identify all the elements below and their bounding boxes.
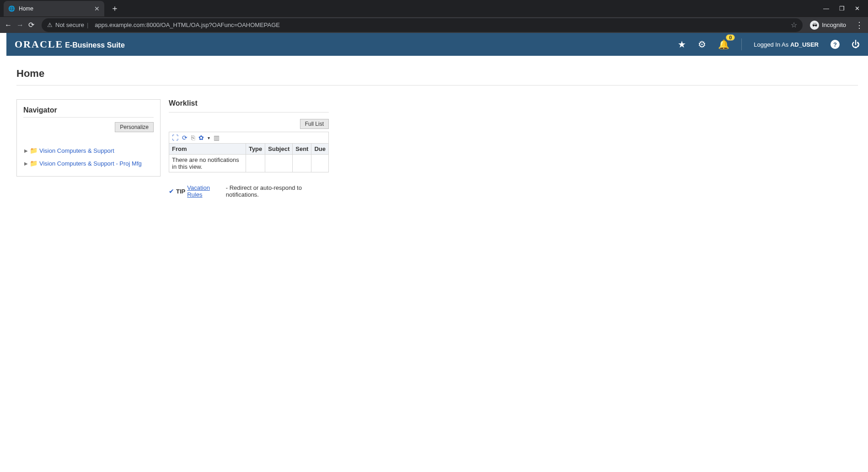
address-bar[interactable]: ⚠ Not secure | apps.example.com:8000/OA_… <box>42 18 803 32</box>
browser-tab-strip: 🌐 Home ✕ ＋ — ❐ ✕ <box>0 0 868 16</box>
security-indicator[interactable]: ⚠ Not secure <box>47 21 84 28</box>
new-tab-button[interactable]: ＋ <box>104 3 125 14</box>
incognito-label: Incognito <box>822 21 846 28</box>
globe-icon: 🌐 <box>8 5 15 12</box>
url-text: apps.example.com:8000/OA_HTML/OA.jsp?OAF… <box>95 21 280 28</box>
minimize-icon[interactable]: — <box>823 5 829 12</box>
reload-icon[interactable]: ⟳ <box>28 21 34 29</box>
incognito-icon: 🕶 <box>810 21 819 30</box>
maximize-icon[interactable]: ❐ <box>839 5 845 12</box>
browser-toolbar: ← → ⟳ ⚠ Not secure | apps.example.com:80… <box>0 16 868 33</box>
browser-tab[interactable]: 🌐 Home ✕ <box>4 1 104 16</box>
browser-menu-icon[interactable]: ⋮ <box>851 20 863 30</box>
not-secure-label: Not secure <box>55 21 84 28</box>
bookmark-star-icon[interactable]: ☆ <box>791 21 797 29</box>
tab-title: Home <box>19 5 33 12</box>
close-tab-icon[interactable]: ✕ <box>94 5 100 12</box>
warning-icon: ⚠ <box>47 21 53 28</box>
window-controls: — ❐ ✕ <box>823 5 868 12</box>
close-window-icon[interactable]: ✕ <box>855 5 860 12</box>
back-icon[interactable]: ← <box>5 21 12 29</box>
incognito-indicator: 🕶 Incognito <box>810 21 846 30</box>
forward-icon[interactable]: → <box>16 21 24 29</box>
divider: | <box>84 21 91 28</box>
